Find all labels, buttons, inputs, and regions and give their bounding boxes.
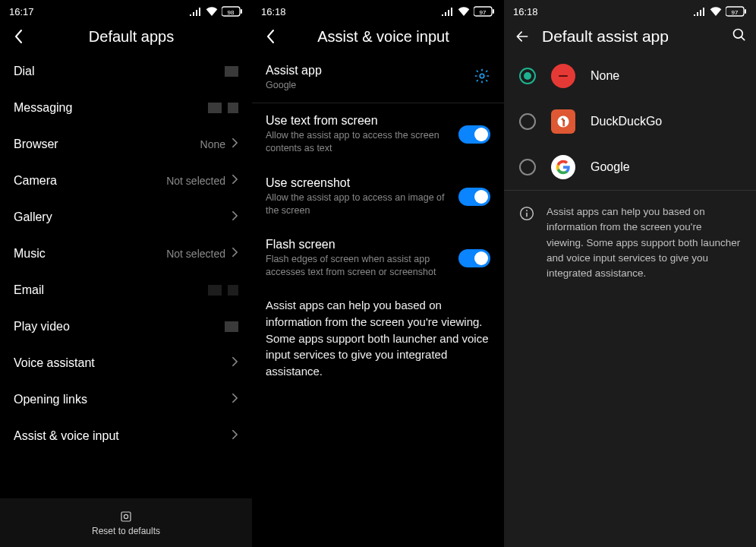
toggle-row-use-screenshot[interactable]: Use screenshotAllow the assist app to ac…: [252, 166, 504, 228]
search-icon: [732, 27, 747, 43]
svg-rect-19: [526, 213, 528, 217]
settings-row-assist-voice-input[interactable]: Assist & voice input: [0, 418, 252, 454]
assist-app-row[interactable]: Assist app Google: [252, 53, 504, 103]
toggle-row-use-text-from-screen[interactable]: Use text from screenAllow the assist app…: [252, 103, 504, 166]
row-label: Gallery: [14, 210, 52, 224]
page-title: Assist & voice input: [290, 28, 477, 46]
page-title: Default assist app: [542, 27, 721, 46]
assist-option-duckduckgo[interactable]: DuckDuckGo: [504, 99, 756, 144]
row-label: Voice assistant: [14, 356, 95, 370]
toggle-title: Use text from screen: [266, 114, 448, 128]
chevron-left-icon: [13, 29, 24, 44]
svg-rect-6: [493, 9, 494, 14]
assist-description: Assist apps can help you based on inform…: [252, 289, 504, 394]
row-label: Browser: [14, 138, 58, 151]
settings-row-gallery[interactable]: Gallery: [0, 199, 252, 236]
row-right: None: [200, 138, 238, 151]
row-right: [232, 356, 238, 370]
back-button[interactable]: [261, 27, 279, 46]
chevron-right-icon: [232, 210, 238, 224]
settings-row-messaging[interactable]: Messaging: [0, 90, 252, 126]
battery-icon: 98: [222, 6, 243, 17]
settings-row-camera[interactable]: CameraNot selected: [0, 163, 252, 199]
back-button[interactable]: [513, 27, 531, 46]
chevron-right-icon: [232, 174, 238, 188]
chevron-right-icon: [232, 138, 238, 151]
toggle-list: Use text from screenAllow the assist app…: [252, 103, 504, 289]
option-label: DuckDuckGo: [591, 115, 662, 128]
chevron-right-icon: [232, 247, 238, 261]
svg-text:98: 98: [228, 9, 235, 16]
pane-default-assist-app: 16:18 97 Default assist app NoneDuckDuck…: [504, 0, 756, 547]
row-label: Email: [14, 283, 44, 297]
reset-icon: [119, 510, 133, 523]
row-right: Not selected: [166, 174, 238, 188]
chevron-right-icon: [232, 429, 238, 443]
gear-icon[interactable]: [474, 68, 490, 87]
status-icons: 97: [694, 6, 747, 17]
signal-icon: [442, 7, 454, 16]
svg-point-16: [564, 120, 565, 122]
settings-row-browser[interactable]: BrowserNone: [0, 126, 252, 163]
reset-to-defaults-button[interactable]: Reset to defaults: [0, 498, 252, 547]
row-label: Play video: [14, 320, 70, 334]
pane-assist-voice-input: 16:18 97 Assist & voice input Assist app…: [252, 0, 504, 547]
row-right: [208, 103, 238, 113]
toggle-subtitle: Flash edges of screen when assist app ac…: [266, 253, 448, 279]
status-bar: 16:17 98: [0, 0, 252, 23]
svg-rect-1: [241, 9, 242, 14]
status-time: 16:18: [513, 6, 538, 17]
toggle-title: Use screenshot: [266, 176, 448, 190]
signal-icon: [694, 7, 706, 16]
toggle-switch[interactable]: [458, 188, 490, 206]
toggle-title: Flash screen: [266, 238, 448, 251]
option-label: Google: [591, 160, 630, 174]
wifi-icon: [458, 7, 470, 16]
row-right: [232, 393, 238, 406]
placeholder-icon: [228, 103, 238, 113]
settings-row-play-video[interactable]: Play video: [0, 308, 252, 345]
row-label: Music: [14, 247, 46, 261]
info-block: Assist apps can help you based on inform…: [504, 191, 756, 295]
battery-icon: 97: [474, 6, 495, 17]
assist-option-google[interactable]: Google: [504, 144, 756, 190]
status-icons: 97: [442, 6, 495, 17]
svg-point-18: [526, 210, 528, 211]
assist-app-options: NoneDuckDuckGoGoogle: [504, 53, 756, 190]
settings-row-email[interactable]: Email: [0, 272, 252, 308]
status-time: 16:18: [261, 6, 286, 17]
row-value: Not selected: [166, 248, 225, 260]
toggle-switch[interactable]: [458, 249, 490, 267]
row-label: Messaging: [14, 101, 72, 115]
search-button[interactable]: [732, 27, 747, 46]
assist-option-none[interactable]: None: [504, 53, 756, 99]
status-bar: 16:18 97: [504, 0, 756, 23]
chevron-left-icon: [265, 29, 276, 44]
pane-default-apps: 16:17 98 Default apps DialMessagingBrows…: [0, 0, 252, 547]
page-title: Default apps: [38, 28, 225, 46]
settings-row-music[interactable]: MusicNot selected: [0, 236, 252, 272]
row-right: [232, 429, 238, 443]
settings-row-dial[interactable]: Dial: [0, 53, 252, 90]
status-bar: 16:18 97: [252, 0, 504, 23]
info-text: Assist apps can help you based on inform…: [547, 204, 741, 281]
row-label: Assist & voice input: [14, 429, 119, 443]
chevron-right-icon: [232, 393, 238, 406]
svg-rect-10: [745, 9, 746, 14]
toggle-switch[interactable]: [458, 125, 490, 144]
radio-button[interactable]: [519, 113, 536, 130]
none-icon: [551, 64, 575, 88]
settings-row-voice-assistant[interactable]: Voice assistant: [0, 345, 252, 381]
radio-button[interactable]: [519, 68, 536, 84]
signal-icon: [190, 7, 202, 16]
assist-app-label: Assist app: [266, 64, 463, 77]
row-right: Not selected: [166, 247, 238, 261]
settings-row-opening-links[interactable]: Opening links: [0, 381, 252, 418]
svg-text:97: 97: [480, 9, 487, 16]
back-button[interactable]: [9, 27, 27, 46]
arrow-left-icon: [515, 29, 530, 44]
placeholder-icon: [208, 103, 222, 113]
radio-button[interactable]: [519, 159, 536, 175]
toggle-row-flash-screen[interactable]: Flash screenFlash edges of screen when a…: [252, 227, 504, 289]
row-value: Not selected: [166, 175, 225, 187]
